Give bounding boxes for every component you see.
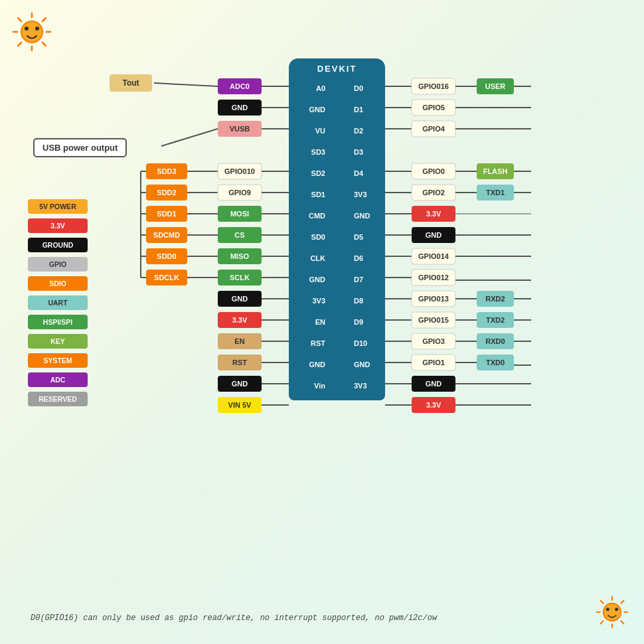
svg-text:EN: EN	[234, 337, 244, 345]
svg-text:GPIO4: GPIO4	[422, 125, 445, 133]
svg-text:GND: GND	[426, 231, 442, 239]
svg-line-25	[154, 83, 218, 86]
svg-text:ADC0: ADC0	[230, 82, 250, 90]
svg-text:CS: CS	[234, 231, 244, 239]
svg-text:GPIO014: GPIO014	[418, 252, 449, 260]
svg-text:GPIO9: GPIO9	[228, 189, 251, 197]
svg-text:GND: GND	[232, 380, 248, 388]
svg-text:RXD2: RXD2	[485, 295, 505, 303]
svg-text:GPIO2: GPIO2	[422, 189, 445, 197]
svg-text:USER: USER	[485, 82, 506, 90]
svg-text:MOSI: MOSI	[230, 210, 249, 218]
svg-text:TXD2: TXD2	[486, 316, 505, 324]
svg-text:GND: GND	[232, 104, 248, 112]
svg-text:SDD3: SDD3	[157, 167, 176, 175]
footer-note: D0(GPIO16) can only be used as gpio read…	[31, 613, 437, 623]
svg-text:GND: GND	[426, 380, 442, 388]
svg-text:TXD0: TXD0	[486, 359, 505, 366]
svg-text:VIN 5V: VIN 5V	[228, 401, 252, 409]
svg-text:SDCMD: SDCMD	[153, 231, 180, 239]
svg-text:GPIO010: GPIO010	[224, 167, 255, 175]
svg-text:TXD1: TXD1	[486, 189, 505, 197]
svg-text:GPIO0: GPIO0	[422, 167, 445, 175]
diagram-svg: ADC0 GPIO016 USER GND GPIO5 VUSB GPIO4 S…	[0, 0, 644, 644]
svg-text:GPIO012: GPIO012	[418, 274, 449, 282]
svg-line-43	[161, 129, 218, 146]
svg-text:SDD1: SDD1	[157, 210, 176, 218]
svg-text:SDCLK: SDCLK	[154, 274, 179, 282]
svg-text:GPIO015: GPIO015	[418, 316, 449, 324]
svg-text:SCLK: SCLK	[230, 274, 250, 282]
svg-text:GPIO3: GPIO3	[422, 337, 445, 345]
svg-text:MISO: MISO	[230, 252, 250, 260]
svg-text:3.3V: 3.3V	[426, 401, 442, 409]
svg-text:SDD2: SDD2	[157, 189, 176, 197]
svg-text:SDD0: SDD0	[157, 252, 176, 260]
svg-text:RST: RST	[232, 359, 247, 366]
svg-text:GPIO1: GPIO1	[422, 359, 445, 366]
svg-text:GPIO5: GPIO5	[422, 104, 445, 112]
svg-text:3.3V: 3.3V	[426, 210, 442, 218]
svg-text:FLASH: FLASH	[483, 167, 508, 175]
svg-text:3.3V: 3.3V	[232, 316, 248, 324]
svg-text:GPIO016: GPIO016	[418, 82, 449, 90]
svg-text:GPIO013: GPIO013	[418, 295, 449, 303]
svg-text:RXD0: RXD0	[485, 337, 505, 345]
svg-text:VUSB: VUSB	[230, 125, 250, 133]
svg-text:GND: GND	[232, 295, 248, 303]
